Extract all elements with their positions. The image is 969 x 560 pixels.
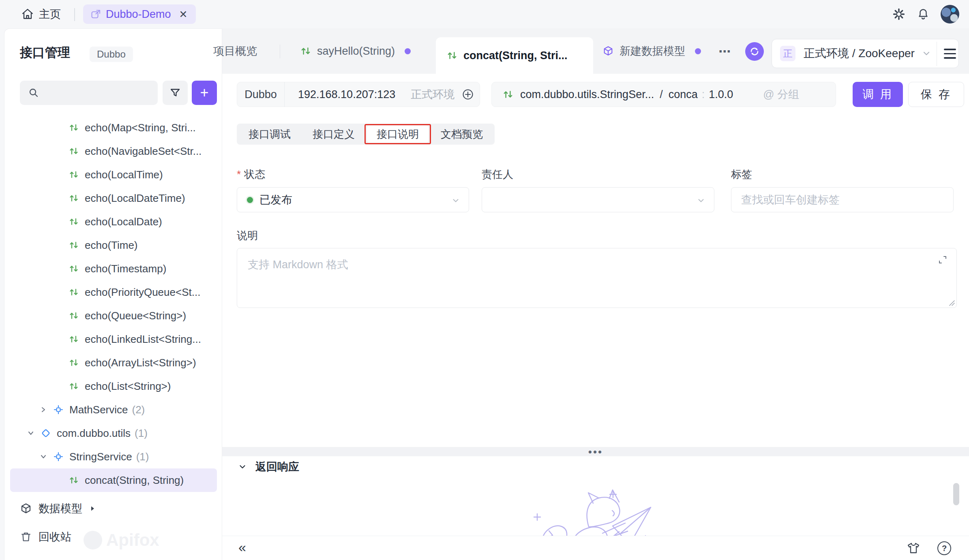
version-value[interactable]: 1.0.0 <box>709 88 733 101</box>
tree-item[interactable]: echo(LocalDate) <box>10 210 217 233</box>
dubbo-method-icon <box>69 334 79 344</box>
sidebar-tree: echo(Map<String, Stri...echo(NavigableSe… <box>4 116 222 492</box>
subtab-debug[interactable]: 接口调试 <box>239 126 300 143</box>
tree-item[interactable]: echo(PriorityQueue<St... <box>10 280 217 304</box>
dubbo-method-icon <box>300 45 311 57</box>
expand-icon[interactable] <box>937 254 948 265</box>
invoke-button[interactable]: 调 用 <box>853 82 903 107</box>
tab-label: 新建数据模型 <box>620 44 685 58</box>
tree-item-label: StringService <box>69 451 132 463</box>
tree-item[interactable]: com.dubbo.utils(1) <box>10 421 217 445</box>
vertical-scrollbar-thumb[interactable] <box>953 483 959 505</box>
dubbo-method-icon <box>69 475 79 485</box>
tree-item[interactable]: echo(ArrayList<String>) <box>10 351 217 374</box>
tags-field[interactable] <box>731 187 954 212</box>
subtab-bar: 接口调试 接口定义 接口说明 文档预览 <box>237 124 495 145</box>
chevron-down-icon[interactable] <box>39 453 53 461</box>
dubbo-method-icon <box>69 357 79 368</box>
status-select[interactable]: 已发布 <box>237 187 469 212</box>
env-menu-icon[interactable] <box>944 49 956 59</box>
group-placeholder[interactable]: @ 分组 <box>763 87 799 102</box>
tab-new-data-model[interactable]: 新建数据模型 <box>602 28 701 74</box>
method-name[interactable]: conca <box>669 88 698 101</box>
settings-gear-icon[interactable] <box>892 7 906 21</box>
tree-item[interactable]: echo(NavigableSet<Str... <box>10 139 217 163</box>
service-name[interactable]: com.dubbo.utils.StringSer... <box>520 88 654 101</box>
link-icon[interactable] <box>459 128 471 141</box>
tree-item[interactable]: concat(String, String) <box>10 468 217 492</box>
tab-sayhello[interactable]: sayHello(String) <box>300 28 411 74</box>
chevron-right-icon <box>89 505 96 512</box>
user-avatar[interactable] <box>941 5 959 24</box>
tree-item-label: echo(LocalDateTime) <box>85 192 185 205</box>
service-group[interactable]: com.dubbo.utils.StringSer... / conca : 1… <box>491 82 836 107</box>
home-button[interactable]: 主页 <box>21 0 61 28</box>
tshirt-theme-icon[interactable] <box>907 541 920 555</box>
search-box[interactable] <box>20 81 158 105</box>
tree-item[interactable]: StringService(1) <box>10 445 217 468</box>
help-icon[interactable]: ? <box>937 541 951 555</box>
chevron-down-icon <box>238 462 247 472</box>
tab-label: sayHello(String) <box>317 45 395 58</box>
data-model-icon <box>602 45 614 57</box>
tree-item[interactable]: echo(LocalTime) <box>10 163 217 186</box>
environment-badge: 正 <box>780 46 795 61</box>
chevron-right-icon[interactable] <box>39 406 53 414</box>
notifications-bell-icon[interactable] <box>916 7 930 21</box>
owner-label: 责任人 <box>482 167 513 182</box>
address-group: Dubbo 192.168.10.207:123 正式环境 <box>237 82 480 107</box>
save-button[interactable]: 保 存 <box>908 82 964 107</box>
more-tabs-button[interactable]: ⋯ <box>718 28 731 74</box>
description-textarea[interactable] <box>237 248 957 308</box>
chevron-down-icon[interactable] <box>27 429 41 437</box>
tab-label: concat(String, Stri... <box>463 49 568 62</box>
subtab-description[interactable]: 接口说明 <box>367 126 429 143</box>
search-icon <box>28 87 39 98</box>
tree-item[interactable]: MathService(2) <box>10 398 217 421</box>
tree-item[interactable]: echo(Queue<String>) <box>10 304 217 327</box>
tree-item[interactable]: echo(Timestamp) <box>10 257 217 280</box>
tree-item[interactable]: echo(LocalDateTime) <box>10 186 217 210</box>
tree-item-label: echo(Timestamp) <box>85 263 166 275</box>
footer-bar: « ? <box>222 536 969 560</box>
resize-grip-icon[interactable] <box>949 300 955 306</box>
add-button[interactable]: + <box>192 81 217 105</box>
tags-input[interactable] <box>731 188 953 212</box>
project-tab[interactable]: Dubbo-Demo ✕ <box>83 4 196 24</box>
sync-button[interactable] <box>745 42 764 61</box>
tree-item-label: echo(LocalTime) <box>85 169 163 181</box>
collapse-sidebar-icon[interactable]: « <box>238 539 246 555</box>
tree-item[interactable]: echo(Time) <box>10 233 217 257</box>
tree-item[interactable]: echo(List<String>) <box>10 374 217 398</box>
tree-item-count: (1) <box>136 451 149 463</box>
environment-selector[interactable]: 正 正式环境 / ZooKeeper <box>772 39 959 68</box>
sidebar-item-data-models[interactable]: 数据模型 <box>10 497 217 520</box>
owner-select[interactable] <box>482 187 714 212</box>
description-label: 说明 <box>237 229 258 243</box>
response-section-header[interactable]: 返回响应 <box>238 460 299 474</box>
protocol-badge: Dubbo <box>90 47 133 62</box>
tab-strip: 项目概览 sayHello(String) concat(String, Str… <box>222 28 969 74</box>
close-tab-icon[interactable]: ✕ <box>179 9 188 20</box>
panel-splitter[interactable]: ••• <box>222 447 969 456</box>
cube-icon <box>20 502 32 515</box>
tree-item-label: MathService <box>69 404 128 416</box>
protocol-select[interactable]: Dubbo <box>237 88 284 101</box>
tree-item[interactable]: echo(Map<String, Stri... <box>10 116 217 139</box>
env-suffix-label: 正式环境 <box>411 87 454 102</box>
circle-plus-icon[interactable] <box>462 88 474 100</box>
group-divider <box>284 82 285 107</box>
tab-concat-active[interactable]: concat(String, Stri... <box>436 37 593 74</box>
tree-item[interactable]: echo(LinkedList<String... <box>10 327 217 351</box>
dubbo-method-icon <box>69 310 79 321</box>
sidebar-item-recycle-bin[interactable]: 回收站 <box>10 525 217 549</box>
search-input[interactable] <box>44 87 146 99</box>
sidebar-title: 接口管理 <box>20 44 70 61</box>
filter-button[interactable] <box>163 81 188 105</box>
version-colon: : <box>702 88 705 101</box>
tree-item-label: echo(NavigableSet<Str... <box>85 145 202 158</box>
tab-project-overview[interactable]: 项目概览 <box>213 28 274 74</box>
subtab-definition[interactable]: 接口定义 <box>303 126 364 143</box>
address-input[interactable]: 192.168.10.207:123 <box>298 88 411 101</box>
tree-item-label: echo(ArrayList<String>) <box>85 357 196 369</box>
